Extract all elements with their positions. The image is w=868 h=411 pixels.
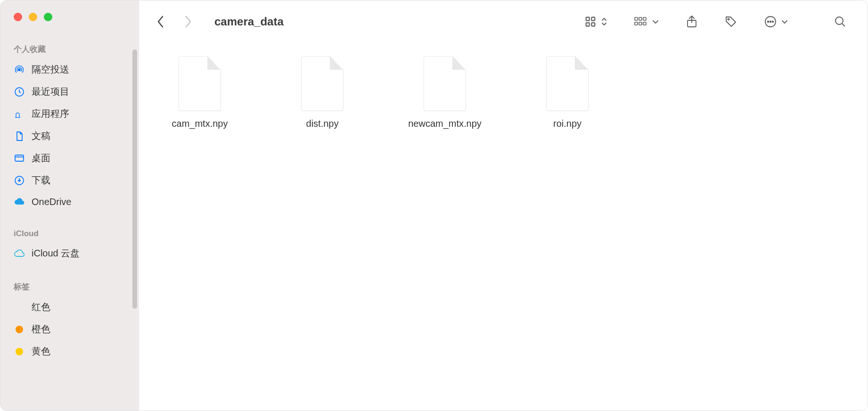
svg-rect-3 (15, 155, 24, 161)
nav-forward-button[interactable] (182, 13, 194, 30)
file-name-label: newcam_mtx.npy (408, 118, 482, 129)
svg-rect-13 (639, 22, 642, 25)
sidebar-item-label: 最近项目 (32, 85, 69, 98)
file-icon (179, 56, 221, 111)
page-title: camera_data (214, 15, 284, 28)
svg-point-19 (770, 21, 771, 23)
sidebar-section-header: iCloud (0, 225, 139, 242)
main-area: camera_data (139, 0, 868, 411)
toolbar: camera_data (139, 0, 868, 43)
sidebar-item-desktop[interactable]: 桌面 (0, 147, 139, 169)
tags-button[interactable] (724, 15, 737, 28)
window-minimize-button[interactable] (29, 13, 37, 21)
view-icon-group[interactable] (584, 15, 607, 28)
file-icon (301, 56, 344, 111)
tag-dot-icon (14, 346, 25, 357)
sidebar-item-label: OneDrive (32, 197, 71, 207)
sidebar-item-tag-yellow[interactable]: 黄色 (0, 340, 139, 362)
chevron-down-icon (652, 18, 659, 25)
svg-point-0 (18, 68, 20, 70)
sidebar-item-applications[interactable]: ⩍ 应用程序 (0, 103, 139, 125)
svg-point-20 (772, 21, 774, 23)
sidebar-scrollbar[interactable] (132, 49, 137, 309)
svg-rect-10 (639, 17, 642, 20)
grid-view-icon (584, 15, 597, 28)
sidebar-item-label: 应用程序 (32, 107, 69, 120)
sidebar-section-header: 个人收藏 (0, 40, 139, 58)
sidebar: 个人收藏 隔空投送 最近项目 ⩍ 应用程序 文稿 (0, 0, 139, 411)
group-by-button[interactable] (634, 16, 659, 27)
svg-point-21 (835, 17, 843, 25)
sidebar-item-downloads[interactable]: 下载 (0, 169, 139, 191)
file-name-label: dist.npy (306, 118, 339, 129)
sidebar-item-label: iCloud 云盘 (32, 247, 80, 260)
file-item[interactable]: roi.npy (527, 56, 607, 129)
chevron-down-icon (781, 18, 788, 25)
sidebar-item-icloud-drive[interactable]: iCloud 云盘 (0, 242, 139, 264)
svg-rect-6 (591, 17, 595, 21)
more-circle-icon (764, 15, 777, 28)
svg-rect-7 (586, 23, 590, 26)
airdrop-icon (14, 64, 25, 75)
nav-back-button[interactable] (155, 13, 166, 30)
tag-dot-icon (14, 324, 25, 335)
sidebar-section-header: 标签 (0, 278, 139, 296)
svg-rect-8 (591, 23, 595, 26)
clock-icon (14, 86, 25, 98)
sidebar-item-documents[interactable]: 文稿 (0, 125, 139, 147)
updown-chevron-icon (601, 16, 607, 27)
svg-rect-9 (635, 17, 638, 20)
svg-text:⩍: ⩍ (15, 108, 20, 120)
sidebar-item-label: 红色 (32, 301, 50, 313)
sidebar-item-recents[interactable]: 最近项目 (0, 81, 139, 103)
action-menu-button[interactable] (764, 15, 788, 28)
sidebar-item-tag-orange[interactable]: 橙色 (0, 318, 139, 340)
sidebar-item-airdrop[interactable]: 隔空投送 (0, 58, 139, 81)
search-button[interactable] (834, 15, 847, 28)
desktop-icon (14, 153, 25, 164)
svg-point-16 (728, 18, 729, 20)
window-maximize-button[interactable] (44, 13, 52, 21)
sidebar-item-label: 隔空投送 (32, 63, 69, 76)
document-icon (14, 131, 25, 142)
file-name-label: roi.npy (553, 118, 581, 129)
sidebar-item-label: 桌面 (32, 152, 50, 164)
svg-rect-11 (643, 17, 646, 20)
svg-rect-14 (643, 22, 646, 25)
file-grid: cam_mtx.npy dist.npy newcam_mtx.npy roi.… (139, 43, 868, 411)
svg-point-18 (768, 21, 769, 23)
file-icon (424, 56, 466, 111)
sidebar-item-label: 文稿 (32, 130, 50, 142)
svg-rect-5 (586, 17, 590, 21)
download-icon (14, 175, 25, 186)
sidebar-item-tag-red[interactable]: 红色 (0, 296, 139, 318)
window-traffic-lights (0, 13, 139, 21)
apps-icon: ⩍ (14, 108, 25, 120)
sidebar-item-label: 黄色 (32, 345, 50, 358)
file-item[interactable]: newcam_mtx.npy (405, 56, 485, 129)
share-button[interactable] (686, 15, 698, 29)
file-item[interactable]: dist.npy (282, 56, 362, 129)
window-close-button[interactable] (14, 13, 22, 21)
onedrive-cloud-icon (14, 196, 25, 207)
sidebar-item-onedrive[interactable]: OneDrive (0, 191, 139, 212)
file-name-label: cam_mtx.npy (172, 118, 228, 129)
sidebar-item-label: 下载 (32, 174, 50, 187)
file-icon (546, 56, 589, 111)
tag-dot-icon (14, 302, 25, 313)
file-item[interactable]: cam_mtx.npy (160, 56, 240, 129)
sidebar-item-label: 橙色 (32, 323, 50, 336)
svg-rect-12 (635, 22, 638, 25)
cloud-icon (14, 248, 25, 259)
group-grid-icon (634, 16, 648, 27)
